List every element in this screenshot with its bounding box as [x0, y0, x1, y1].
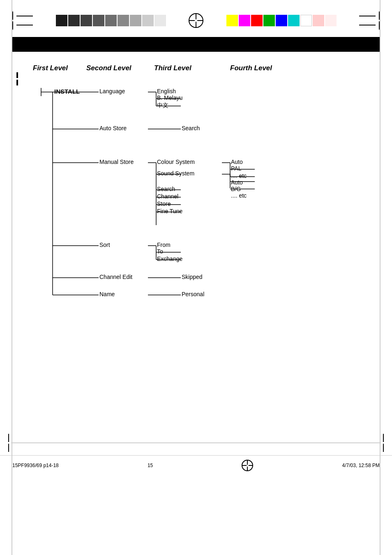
bottom-border-area: [0, 434, 392, 452]
color-strip-left: [56, 15, 166, 26]
store-node: Store: [157, 200, 171, 207]
third-level-header: Third Level: [154, 64, 230, 72]
from-node: From: [157, 242, 171, 248]
color-block-r6: [288, 15, 300, 26]
english-node: English: [157, 88, 176, 94]
exchange-node: Exchange: [157, 256, 182, 262]
color-block-7: [130, 15, 141, 26]
bg-node: B/G: [231, 186, 241, 192]
footer-crosshair: [242, 460, 253, 471]
channel-node: Channel: [157, 193, 178, 200]
install-node: INSTALL: [54, 88, 80, 95]
sound-etc-node: .... etc: [231, 192, 247, 199]
name-node: Name: [99, 291, 115, 297]
left-indicators: [16, 72, 18, 85]
color-block-5: [105, 15, 117, 26]
tree-diagram: INSTALL Language Auto Store Manual Store…: [29, 81, 341, 343]
sound-system-node: Sound System: [157, 170, 194, 177]
color-block-r8: [313, 15, 324, 26]
channel-edit-node: Channel Edit: [99, 274, 132, 280]
fine-tune-node: Fine Tune: [157, 208, 182, 214]
top-right-hline2: [359, 25, 376, 25]
color-block-2: [68, 15, 80, 26]
header-black-bar: [12, 37, 380, 52]
top-bar-area: [0, 0, 392, 37]
color-block-9: [154, 15, 166, 26]
personal-node: Personal: [182, 291, 204, 297]
color-block-1: [56, 15, 67, 26]
b-melayu-node: B. Melayu: [157, 94, 182, 101]
manual-store-node: Manual Store: [99, 159, 134, 165]
skipped-node: Skipped: [182, 274, 203, 280]
top-left-hline1: [16, 16, 33, 16]
auto-store-search-node: Search: [182, 125, 200, 131]
footer-page-number: 15: [148, 463, 153, 468]
color-block-r1: [226, 15, 238, 26]
top-right-hline1: [359, 16, 376, 16]
color-block-r5: [276, 15, 287, 26]
color-block-3: [81, 15, 92, 26]
auto-store-node: Auto Store: [99, 125, 127, 131]
color-block-r7: [300, 15, 312, 26]
color-block-6: [118, 15, 129, 26]
top-left-vline1: [12, 12, 13, 20]
color-block-4: [93, 15, 104, 26]
language-node: Language: [99, 88, 125, 94]
color-block-r3: [251, 15, 263, 26]
sound-auto-node: Auto: [231, 179, 243, 186]
footer-date: 4/7/03, 12:58 PM: [342, 463, 380, 468]
fourth-level-header: Fourth Level: [230, 64, 292, 72]
color-strip-right: [226, 15, 337, 26]
color-block-r9: [325, 15, 337, 26]
pal-node: PAL: [231, 165, 241, 172]
sort-node: Sort: [99, 242, 110, 248]
color-block-r2: [239, 15, 250, 26]
first-level-header: First Level: [33, 64, 86, 72]
main-content: First Level Second Level Third Level Fou…: [0, 52, 392, 352]
level-headers-row: First Level Second Level Third Level Fou…: [25, 64, 380, 72]
footer: 15PF9936/69 p14-18 15 4/7/03, 12:58 PM: [0, 455, 392, 475]
manual-search-node: Search: [157, 186, 175, 192]
center-crosshair: [189, 13, 203, 28]
footer-doc-number: 15PF9936/69 p14-18: [12, 463, 59, 468]
tree-lines-svg: [29, 81, 341, 343]
colour-system-node: Colour System: [157, 159, 195, 165]
second-level-header: Second Level: [86, 64, 154, 72]
color-block-r4: [263, 15, 275, 26]
bottom-left-lines: [8, 434, 9, 452]
top-left-hline2: [16, 25, 33, 25]
bottom-hline1: [11, 442, 381, 443]
top-left-vline2: [12, 21, 13, 30]
spacer: [0, 352, 392, 434]
colour-etc-node: .... etc: [231, 173, 247, 179]
chinese-node: 中文: [157, 102, 168, 109]
color-block-8: [142, 15, 154, 26]
bottom-right-lines: [383, 434, 384, 452]
to-node: To: [157, 248, 163, 255]
colour-auto-node: Auto: [231, 159, 243, 165]
